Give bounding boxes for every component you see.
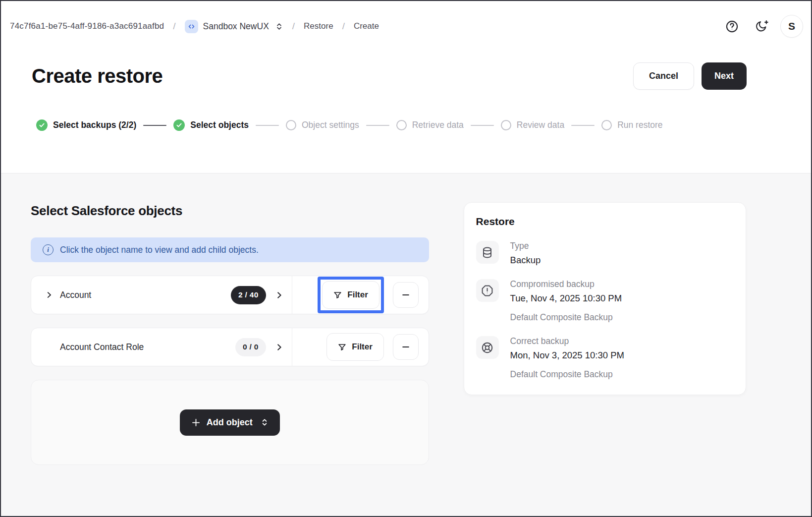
database-icon — [476, 241, 499, 264]
object-row-account: Account 2 / 40 Filter — [31, 276, 429, 314]
chevron-up-down-icon — [260, 418, 269, 427]
step-label: Object settings — [302, 120, 359, 130]
remove-object-button[interactable] — [393, 334, 419, 360]
object-name[interactable]: Account Contact Role — [60, 342, 144, 352]
item-subtext: Default Composite Backup — [510, 312, 622, 323]
user-avatar[interactable]: S — [780, 15, 803, 38]
step-object-settings: Object settings — [286, 120, 359, 130]
page-title: Create restore — [32, 65, 162, 87]
object-row-main: Account 2 / 40 — [31, 276, 292, 314]
item-subtext: Default Composite Backup — [510, 369, 624, 380]
lifebuoy-icon — [476, 336, 499, 359]
empty-circle-icon — [286, 120, 296, 130]
step-review-data: Review data — [501, 120, 564, 130]
step-label: Select objects — [190, 120, 249, 130]
empty-circle-icon — [601, 120, 612, 130]
object-row-actions: Filter — [292, 276, 429, 314]
object-row-main: Account Contact Role 0 / 0 — [31, 328, 292, 366]
environment-selector[interactable]: Sandbox NewUX — [185, 20, 283, 33]
main-content: Select Salesforce objects i Click the ob… — [1, 173, 811, 517]
empty-circle-icon — [501, 120, 511, 130]
chevron-right-icon[interactable] — [274, 290, 284, 300]
alert-octagon-icon — [476, 279, 499, 302]
help-icon[interactable] — [721, 15, 743, 37]
breadcrumb-separator: / — [342, 21, 345, 32]
remove-object-button[interactable] — [393, 282, 419, 308]
funnel-icon — [337, 343, 347, 352]
environment-name: Sandbox NewUX — [203, 21, 269, 32]
step-connector — [571, 125, 595, 126]
object-name[interactable]: Account — [60, 290, 91, 300]
compromised-backup-item: Compromised backup Tue, Nov 4, 2025 10:3… — [476, 279, 732, 323]
selected-count-badge: 0 / 0 — [235, 338, 266, 356]
item-label: Type — [510, 241, 541, 251]
step-label: Select backups (2/2) — [53, 120, 136, 130]
dark-mode-moon-icon[interactable] — [751, 15, 772, 37]
page-header: 74c7f6a1-be75-4aff-9186-a3ac691aafbd / S… — [1, 1, 811, 173]
add-object-button[interactable]: Add object — [180, 409, 280, 436]
breadcrumb-create: Create — [354, 21, 379, 31]
step-select-backups[interactable]: Select backups (2/2) — [36, 119, 136, 131]
check-circle-icon — [173, 119, 185, 131]
breadcrumb-separator: / — [173, 21, 175, 32]
add-object-card: Add object — [31, 380, 429, 465]
step-connector — [256, 125, 279, 126]
restore-summary-panel: Restore Type Backup Compromised backup T… — [464, 202, 746, 395]
wizard-stepper: Select backups (2/2) Select objects Obje… — [1, 119, 811, 131]
minus-icon — [401, 290, 411, 300]
restore-type-item: Type Backup — [476, 241, 732, 266]
item-value: Tue, Nov 4, 2025 10:30 PM — [510, 293, 622, 304]
avatar-initial: S — [788, 20, 795, 32]
objects-section: Select Salesforce objects i Click the ob… — [31, 202, 429, 465]
funnel-icon — [333, 290, 342, 300]
step-run-restore: Run restore — [601, 120, 662, 130]
title-row: Create restore Cancel Next — [1, 62, 811, 90]
panel-heading: Restore — [476, 216, 732, 228]
expand-chevron-icon[interactable] — [45, 290, 54, 299]
item-label: Compromised backup — [510, 279, 622, 289]
topbar: 74c7f6a1-be75-4aff-9186-a3ac691aafbd / S… — [1, 1, 811, 38]
step-connector — [366, 125, 389, 126]
code-icon — [185, 20, 198, 33]
step-label: Run restore — [617, 120, 662, 130]
breadcrumb: 74c7f6a1-be75-4aff-9186-a3ac691aafbd / S… — [10, 20, 379, 33]
breadcrumb-separator: / — [292, 21, 295, 32]
section-heading: Select Salesforce objects — [31, 203, 429, 219]
correct-backup-item: Correct backup Mon, Nov 3, 2025 10:30 PM… — [476, 336, 732, 380]
filter-button[interactable]: Filter — [322, 281, 379, 309]
step-select-objects[interactable]: Select objects — [173, 119, 249, 131]
selected-count-badge: 2 / 40 — [231, 286, 266, 304]
item-value: Backup — [510, 255, 541, 266]
empty-circle-icon — [396, 120, 407, 130]
object-row-account-contact-role: Account Contact Role 0 / 0 Filter — [31, 328, 429, 366]
item-value: Mon, Nov 3, 2025 10:30 PM — [510, 350, 624, 361]
topbar-actions: S — [721, 15, 803, 38]
plus-icon — [191, 417, 201, 428]
item-label: Correct backup — [510, 336, 624, 346]
info-banner: i Click the object name to view and add … — [31, 237, 429, 262]
chevron-right-icon[interactable] — [274, 343, 284, 352]
object-row-actions: Filter — [292, 328, 429, 366]
cancel-button[interactable]: Cancel — [633, 62, 694, 90]
step-connector — [471, 125, 494, 126]
filter-button[interactable]: Filter — [326, 333, 384, 361]
info-icon: i — [43, 244, 54, 255]
next-button[interactable]: Next — [702, 62, 747, 90]
chevron-up-down-icon — [275, 22, 283, 31]
step-label: Review data — [517, 120, 564, 130]
breadcrumb-restore[interactable]: Restore — [304, 21, 333, 31]
filter-highlight-box: Filter — [318, 277, 384, 313]
title-actions: Cancel Next — [633, 62, 747, 90]
step-label: Retrieve data — [412, 120, 464, 130]
info-banner-text: Click the object name to view and add ch… — [60, 245, 259, 255]
step-retrieve-data: Retrieve data — [396, 120, 464, 130]
check-circle-icon — [36, 119, 48, 131]
minus-icon — [401, 342, 411, 352]
step-connector — [143, 125, 166, 126]
breadcrumb-org-id[interactable]: 74c7f6a1-be75-4aff-9186-a3ac691aafbd — [10, 21, 164, 31]
